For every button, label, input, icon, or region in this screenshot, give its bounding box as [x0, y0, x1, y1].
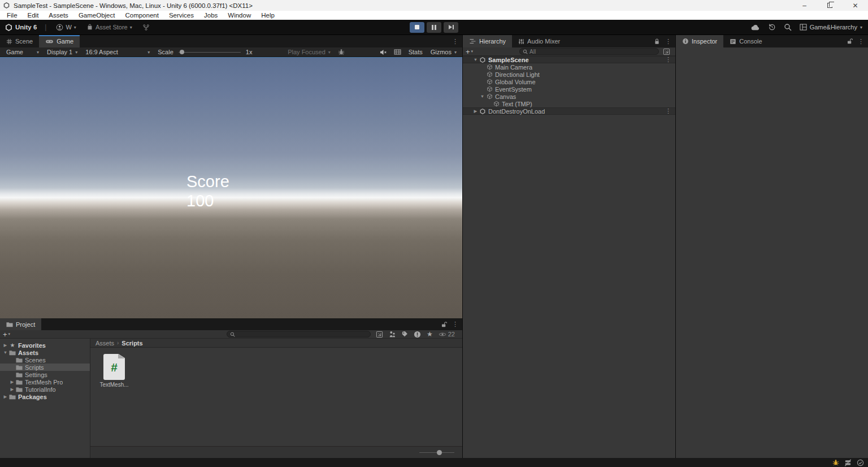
project-search-input[interactable] — [237, 331, 367, 337]
thumbnail-zoom-slider[interactable] — [419, 452, 454, 453]
create-object-button[interactable]: + ▾ — [466, 47, 473, 56]
breadcrumb-root[interactable]: Assets — [96, 340, 114, 347]
hierarchy-row[interactable]: EventSystem — [463, 85, 675, 93]
menu-item[interactable]: File — [2, 12, 23, 19]
fold-arrow-icon[interactable]: ▶ — [9, 387, 15, 392]
close-button[interactable]: ✕ — [843, 0, 868, 11]
menu-item[interactable]: Services — [164, 12, 199, 19]
tab-scene[interactable]: Scene — [0, 35, 39, 47]
mute-audio-icon[interactable] — [376, 49, 390, 55]
gizmos-dropdown[interactable]: Gizmos ▾ — [427, 47, 462, 57]
menu-bar: FileEditAssetsGameObjectComponentService… — [0, 11, 868, 20]
import-log-icon[interactable] — [414, 331, 421, 338]
favorites-star-icon[interactable]: ★ — [427, 330, 433, 338]
unlock-icon[interactable] — [847, 38, 853, 45]
search-icon[interactable] — [784, 23, 792, 31]
version-control-button[interactable] — [138, 21, 154, 33]
menu-item[interactable]: GameObject — [73, 12, 120, 19]
account-button[interactable]: W ▾ — [52, 21, 80, 33]
asset-store-button[interactable]: Asset Store ▾ — [83, 21, 136, 33]
kebab-menu-icon[interactable]: ⋮ — [452, 38, 458, 45]
cloud-icon[interactable] — [751, 24, 760, 31]
open-in-search-icon[interactable] — [663, 48, 670, 55]
lock-icon[interactable] — [654, 38, 660, 45]
row-kebab-icon[interactable]: ⋮ — [665, 107, 675, 115]
fold-arrow-icon[interactable]: ▶ — [9, 379, 15, 384]
gameobject-cube-icon — [485, 79, 493, 85]
code-optimization-debug-icon[interactable] — [832, 459, 839, 466]
scale-slider-knob[interactable] — [180, 50, 184, 54]
play-focused-dropdown[interactable]: Play Focused ▾ — [284, 47, 335, 57]
fold-arrow-icon[interactable]: ▼ — [2, 350, 8, 355]
menu-item[interactable]: Assets — [44, 12, 73, 19]
hierarchy-row[interactable]: Directional Light — [463, 71, 675, 78]
hierarchy-row[interactable]: Main Camera — [463, 63, 675, 71]
kebab-menu-icon[interactable]: ⋮ — [858, 38, 864, 45]
project-tree-row[interactable]: ▶ ★ Favorites — [0, 341, 90, 349]
layout-dropdown[interactable]: Game&Hierarchy ▾ — [800, 24, 862, 31]
menu-item[interactable]: Window — [223, 12, 256, 19]
fold-arrow-icon[interactable]: ▶ — [2, 343, 8, 348]
tab-inspector[interactable]: Inspector — [676, 35, 723, 47]
tab-console[interactable]: Console — [723, 35, 768, 47]
cache-server-icon[interactable] — [844, 459, 852, 466]
object-label: Text (TMP) — [502, 101, 532, 107]
unlock-icon[interactable] — [441, 321, 447, 328]
grid-overlay-icon[interactable] — [390, 49, 405, 55]
hierarchy-row[interactable]: Global Volume — [463, 78, 675, 85]
menu-item[interactable]: Help — [256, 12, 280, 19]
kebab-menu-icon[interactable]: ⋮ — [452, 321, 458, 328]
hierarchy-row[interactable]: ▼ Canvas — [463, 93, 675, 100]
aspect-dropdown[interactable]: 16:9 Aspect ▾ — [81, 47, 154, 57]
search-by-label-icon[interactable] — [401, 331, 408, 338]
hidden-count[interactable]: 22 — [439, 331, 455, 338]
project-tree-row[interactable]: ▼ ★ Assets — [0, 349, 90, 356]
hierarchy-row[interactable]: Text (TMP) — [463, 100, 675, 107]
display-dropdown[interactable]: Display 1 ▾ — [43, 47, 81, 57]
tab-project[interactable]: Project — [0, 318, 41, 330]
project-tree-row[interactable]: ▶ ★ Packages — [0, 393, 90, 400]
game-viewport[interactable]: Score 100 — [0, 57, 462, 318]
step-button[interactable] — [444, 22, 458, 33]
tab-hierarchy[interactable]: Hierarchy — [463, 35, 512, 47]
project-tree-row[interactable]: ▶ ★ TextMesh Pro — [0, 378, 90, 386]
asset-textmesh-script[interactable]: # TextMesh... — [98, 354, 130, 388]
row-kebab-icon[interactable]: ⋮ — [665, 56, 675, 63]
project-tree-row[interactable]: ★ Scenes — [0, 356, 90, 364]
open-in-search-icon[interactable] — [376, 331, 383, 338]
hierarchy-row[interactable]: ▼ SampleScene ⋮ — [463, 56, 675, 63]
menu-item[interactable]: Jobs — [199, 12, 223, 19]
game-mode-dropdown[interactable]: Game ▾ — [2, 47, 43, 57]
menu-item[interactable]: Component — [120, 12, 163, 19]
undo-history-icon[interactable] — [768, 23, 776, 31]
progress-check-icon[interactable] — [857, 459, 864, 466]
fold-arrow-icon[interactable]: ▶ — [472, 109, 479, 114]
search-by-type-icon[interactable] — [389, 331, 396, 338]
file-grid[interactable]: # TextMesh... — [90, 348, 462, 446]
add-asset-button[interactable]: + ▾ — [3, 330, 10, 339]
scale-slider[interactable] — [179, 52, 241, 53]
game-view-toolbar: Game ▾ Display 1 ▾ 16:9 Aspect ▾ Scale — [0, 47, 462, 57]
menu-item[interactable]: Edit — [23, 12, 44, 19]
breadcrumb-separator-icon: › — [117, 340, 119, 346]
zoom-slider-knob[interactable] — [437, 450, 442, 455]
fold-arrow-icon[interactable]: ▶ — [2, 394, 8, 399]
play-button[interactable] — [410, 22, 424, 33]
tab-audio-mixer[interactable]: Audio Mixer — [512, 35, 566, 47]
minimize-button[interactable]: – — [792, 0, 817, 11]
frame-debugger-bug-icon[interactable] — [335, 49, 348, 55]
restore-button[interactable] — [817, 0, 843, 11]
project-bottom-bar — [90, 446, 462, 458]
pause-button[interactable] — [427, 22, 441, 33]
project-tree-row[interactable]: ★ Settings — [0, 371, 90, 378]
fold-arrow-icon[interactable]: ▼ — [472, 57, 479, 62]
project-tree-row[interactable]: ▶ ★ TutorialInfo — [0, 386, 90, 393]
breadcrumb-current[interactable]: Scripts — [121, 340, 142, 347]
hierarchy-row[interactable]: ▶ DontDestroyOnLoad ⋮ — [463, 107, 675, 115]
tab-game[interactable]: Game — [39, 35, 80, 47]
hierarchy-search-input[interactable] — [530, 49, 656, 54]
fold-arrow-icon[interactable]: ▼ — [479, 94, 485, 99]
stats-toggle[interactable]: Stats — [405, 47, 427, 57]
project-tree-row[interactable]: ★ Scripts — [0, 364, 90, 371]
kebab-menu-icon[interactable]: ⋮ — [665, 38, 671, 45]
